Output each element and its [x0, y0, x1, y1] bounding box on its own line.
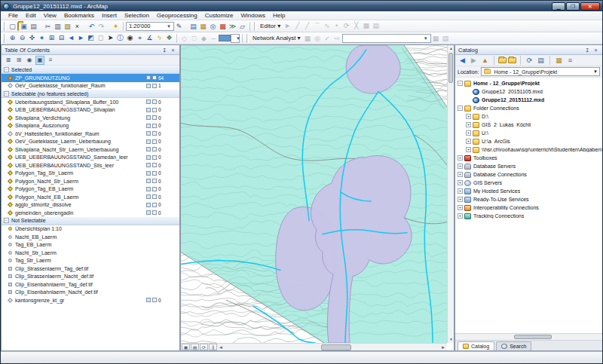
vertical-scroll-thumb[interactable] — [448, 53, 453, 83]
collapse-icon[interactable]: − — [4, 67, 9, 72]
forward-icon[interactable]: ▶ — [469, 56, 479, 66]
toc-layer-row[interactable]: Übersichtsplan 1:10 — [2, 225, 179, 234]
disconnect-folder-icon[interactable] — [508, 57, 516, 63]
symbol-color-swatch[interactable] — [219, 35, 231, 41]
select-features-icon[interactable]: ◩ — [86, 33, 96, 43]
scroll-right-icon[interactable]: ► — [439, 345, 447, 350]
collapse-icon[interactable]: − — [4, 91, 9, 96]
forward-extent-icon[interactable]: ► — [76, 33, 86, 43]
menu-item-help[interactable]: Help — [269, 12, 289, 19]
model-builder-icon[interactable]: ▱ — [237, 21, 247, 31]
add-data-icon[interactable]: ✦ — [111, 21, 121, 31]
selection-toggle-icon[interactable] — [146, 194, 151, 199]
menu-item-geoprocessing[interactable]: Geoprocessing — [153, 12, 201, 19]
selection-clear-icon[interactable] — [152, 99, 157, 104]
list-by-visibility-icon[interactable]: ◉ — [25, 56, 34, 65]
toolbar-grip[interactable] — [4, 22, 6, 31]
toc-layer-row[interactable]: ZP_GRUNDNUTZUNG64 — [2, 74, 179, 82]
catalog-tree-row[interactable]: +GIS_2_Lukas_Köchli — [455, 121, 602, 129]
map-horizontal-scrollbar[interactable]: ▣ ▤ ⟳ ∥ ◄ ► — [181, 343, 447, 350]
selection-toggle-icon[interactable] — [146, 99, 151, 104]
selection-clear-icon[interactable] — [152, 194, 157, 199]
menu-item-file[interactable]: File — [5, 12, 22, 19]
catalog-tree-row[interactable]: +U:\ — [455, 129, 602, 137]
toggle-contents-icon[interactable]: ≡ — [565, 56, 575, 66]
toc-layer-row[interactable]: Nacht_Str_Laerm — [2, 249, 179, 257]
selection-clear-icon[interactable] — [152, 298, 157, 302]
toc-layer-row[interactable]: Polygon_Tag_EB_Laerm0 — [2, 185, 179, 194]
measure-icon[interactable]: ∡ — [145, 33, 155, 43]
minimize-button[interactable]: ▁ — [552, 2, 565, 11]
point-tool-icon[interactable]: • — [332, 21, 341, 31]
toolbar-grip[interactable] — [246, 34, 249, 43]
selection-toggle-icon[interactable] — [146, 108, 151, 112]
attributes-icon[interactable]: ▦ — [361, 21, 371, 31]
toc-layer-row[interactable]: Clip_Strassenlaerm_Tag_def.tif — [2, 265, 179, 273]
selection-toggle-icon[interactable] — [146, 210, 151, 215]
list-by-source-icon[interactable]: ⊞ — [14, 56, 23, 65]
catalog-tree-row[interactable]: +D:\ — [455, 112, 602, 121]
menu-item-view[interactable]: View — [40, 12, 60, 19]
selection-clear-icon[interactable] — [152, 115, 157, 120]
selection-clear-icon[interactable] — [152, 124, 157, 128]
delete-icon[interactable]: × — [72, 21, 82, 31]
selection-toggle-icon[interactable] — [146, 171, 151, 176]
print-icon[interactable]: ▤ — [29, 21, 38, 31]
selection-clear-icon[interactable] — [152, 155, 157, 160]
selection-clear-icon[interactable] — [152, 131, 157, 136]
back-icon[interactable]: ◀ — [458, 56, 467, 66]
scroll-down-icon[interactable]: ▼ — [448, 336, 455, 343]
selection-toggle-icon[interactable] — [146, 84, 151, 88]
selection-toggle-icon[interactable] — [146, 147, 151, 151]
menu-item-selection[interactable]: Selection — [121, 12, 153, 19]
map-canvas[interactable] — [181, 45, 447, 343]
map-scale-combo[interactable]: 1:20'000 ▼ — [126, 22, 174, 31]
pin-icon[interactable]: ↧ — [161, 47, 168, 54]
menu-item-edit[interactable]: Edit — [22, 12, 40, 19]
collapse-icon[interactable]: − — [4, 218, 9, 223]
restore-button[interactable]: ❐ — [566, 2, 580, 11]
expander-icon[interactable]: + — [466, 130, 471, 136]
catalog-tree-row[interactable]: +Toolboxes — [455, 154, 602, 162]
split-icon[interactable]: ╳ — [351, 21, 361, 31]
close-button[interactable]: ✕ — [580, 2, 600, 11]
identify-icon[interactable]: ⓘ — [115, 33, 125, 43]
selection-toggle-icon[interactable] — [146, 163, 151, 167]
toc-layer-row[interactable]: agglo_stmoritz_dissolve0 — [2, 201, 179, 210]
edit-sketch-tool-icon[interactable]: ╱ — [292, 21, 302, 31]
sketch-properties-icon[interactable]: ▤ — [371, 21, 381, 31]
catalog-tree-row[interactable]: Gruppe12_20151105.mxd — [455, 87, 602, 96]
expander-icon[interactable]: + — [466, 122, 471, 127]
catalog-tree-row[interactable]: +GIS Servers — [455, 179, 602, 187]
selection-toggle-icon[interactable] — [146, 124, 151, 128]
toc-layer-row[interactable]: UEB_UEBERBAUUNGSSTAND_Silvaplan0 — [2, 106, 179, 115]
toc-layer-row[interactable]: Polygon_Nacht_Str_Laerm0 — [2, 177, 179, 185]
expander-icon[interactable]: − — [458, 81, 463, 86]
expander-icon[interactable]: + — [458, 205, 463, 210]
editor-menu-button[interactable]: Editor ▾ — [258, 23, 283, 29]
search-window-icon[interactable]: ◎ — [208, 21, 218, 31]
edit-arrow-icon[interactable]: ► — [283, 21, 292, 31]
go-to-xy-icon[interactable]: ⌖ — [135, 33, 145, 43]
contents-view-icon[interactable]: ▤ — [536, 56, 546, 66]
rotate-icon[interactable]: ⟳ — [341, 21, 351, 31]
refresh-icon[interactable]: ⟳ — [525, 56, 534, 66]
expander-icon[interactable]: + — [466, 139, 471, 144]
cut-icon[interactable]: ✂ — [43, 21, 53, 31]
clear-selection-icon[interactable]: ◻ — [96, 33, 106, 43]
select-elements-icon[interactable]: ➤ — [106, 33, 115, 43]
toc-window-icon[interactable]: ▤ — [188, 21, 198, 31]
zoom-in-icon[interactable]: ⊕ — [8, 33, 17, 43]
toc-layer-row[interactable]: gemeinden_oberengadin0 — [2, 209, 179, 217]
horizontal-scroll-thumb[interactable] — [321, 344, 351, 350]
fixed-zoom-in-icon[interactable]: ⊞ — [47, 33, 57, 43]
edit-sketch-icon[interactable]: ✎ — [174, 21, 184, 31]
snap-point-icon[interactable]: ◇ — [179, 33, 189, 43]
selection-clear-icon[interactable] — [152, 147, 157, 151]
toc-layer-row[interactable]: UEB_UEBERBAUUNGSSTAND_Samedan_leer0 — [2, 154, 179, 162]
pan-icon[interactable]: ✜ — [27, 33, 37, 43]
selection-toggle-icon[interactable] — [146, 203, 151, 207]
scroll-left-icon[interactable]: ◄ — [217, 345, 225, 350]
selection-clear-icon[interactable] — [152, 163, 157, 167]
expander-icon[interactable]: + — [458, 172, 463, 177]
